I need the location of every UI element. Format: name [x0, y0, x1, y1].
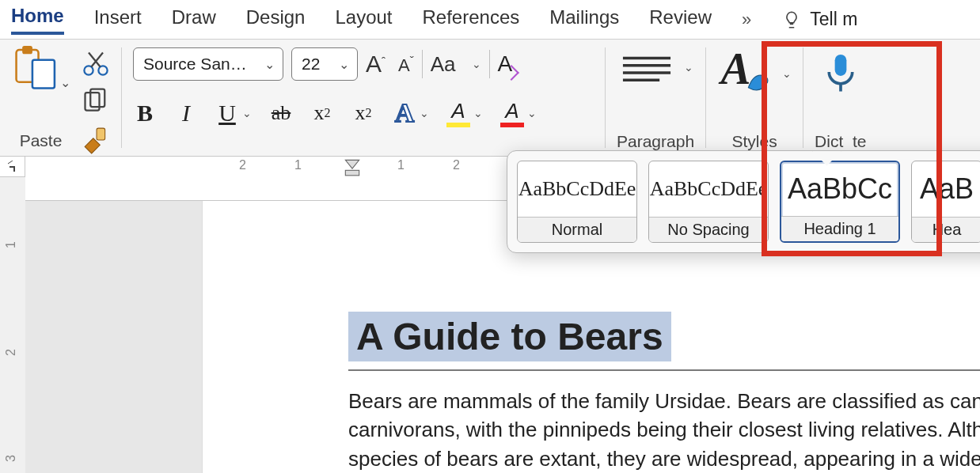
- tab-insert[interactable]: Insert: [94, 6, 142, 33]
- tell-me-label: Tell m: [810, 9, 857, 30]
- style-swatch-heading2[interactable]: AaB Hea: [911, 161, 980, 243]
- font-family-combo[interactable]: Source San… ⌄: [133, 47, 283, 81]
- tab-review[interactable]: Review: [649, 6, 712, 33]
- font-color-button[interactable]: A: [500, 99, 524, 127]
- highlight-button[interactable]: A: [446, 99, 470, 127]
- copy-icon[interactable]: [82, 85, 110, 114]
- grow-font-button[interactable]: Aˆ: [366, 51, 386, 78]
- tell-me-search[interactable]: Tell m: [781, 9, 857, 30]
- title-underline: [348, 369, 980, 371]
- dictate-label: Dict te: [815, 132, 866, 151]
- style-swatch-heading1[interactable]: AaBbCc Heading 1: [780, 161, 900, 243]
- ribbon: ⌄ Paste Source: [0, 40, 980, 157]
- tab-mailings[interactable]: Mailings: [549, 6, 619, 33]
- tab-stop-selector[interactable]: [0, 157, 25, 177]
- font-color-caret-icon[interactable]: ⌄: [527, 107, 537, 119]
- style-label: Heading 1: [781, 216, 898, 241]
- group-paragraph: ⌄ Paragraph: [606, 40, 705, 156]
- ribbon-tabs: Home Insert Draw Design Layout Reference…: [0, 0, 980, 40]
- font-size-value: 22: [302, 55, 320, 74]
- font-family-caret-icon: ⌄: [264, 57, 275, 72]
- style-label: Normal: [518, 217, 636, 242]
- svg-rect-1: [22, 46, 32, 54]
- tab-layout[interactable]: Layout: [335, 6, 392, 33]
- styles-gallery-popover: AaBbCcDdEe Normal AaBbCcDdEe No Spacing …: [507, 150, 980, 253]
- lightbulb-icon: [781, 9, 802, 30]
- style-preview: AaBbCcDdEe: [649, 161, 768, 217]
- highlight-caret-icon[interactable]: ⌄: [473, 107, 483, 119]
- microphone-icon[interactable]: [820, 51, 861, 93]
- font-size-caret-icon: ⌄: [339, 57, 349, 72]
- shrink-font-button[interactable]: Aˇ: [398, 52, 414, 77]
- tab-draw[interactable]: Draw: [172, 6, 216, 33]
- style-preview: AaBbCc: [781, 162, 898, 216]
- navigation-thumbnail-pane[interactable]: [25, 201, 203, 473]
- style-label: No Spacing: [649, 217, 768, 242]
- font-family-value: Source San…: [143, 55, 247, 74]
- styles-pane-button[interactable]: A: [717, 51, 773, 96]
- paragraph-icon[interactable]: [617, 52, 676, 82]
- tab-home[interactable]: Home: [11, 5, 64, 35]
- group-styles: A ⌄ Styles: [706, 40, 803, 156]
- svg-rect-7: [97, 128, 105, 140]
- more-tabs-chevron-icon[interactable]: »: [742, 9, 751, 30]
- italic-button[interactable]: I: [174, 100, 198, 126]
- clipboard-icon: [11, 46, 62, 90]
- style-swatch-normal[interactable]: AaBbCcDdEe Normal: [517, 161, 637, 243]
- svg-point-4: [98, 66, 107, 74]
- tab-design[interactable]: Design: [246, 6, 306, 33]
- style-label: Hea: [912, 217, 980, 242]
- change-case-caret-icon[interactable]: ⌄: [472, 58, 481, 70]
- styles-label: Styles: [717, 132, 792, 151]
- paragraph-caret-icon[interactable]: ⌄: [684, 61, 693, 74]
- underline-button[interactable]: U: [215, 100, 239, 126]
- svg-rect-13: [834, 55, 846, 76]
- clear-formatting-button[interactable]: A: [498, 51, 513, 77]
- indent-marker-icon[interactable]: [342, 157, 363, 177]
- style-preview: AaBbCcDdEe: [518, 161, 636, 217]
- svg-point-3: [84, 66, 93, 74]
- svg-rect-15: [345, 170, 359, 176]
- group-clipboard: ⌄ Paste: [0, 40, 121, 156]
- superscript-button[interactable]: x2: [351, 100, 375, 126]
- style-swatch-no-spacing[interactable]: AaBbCcDdEe No Spacing: [648, 161, 769, 243]
- text-effects-button[interactable]: A: [393, 100, 416, 126]
- style-preview: AaB: [912, 161, 980, 217]
- group-dictate: Dict te: [803, 40, 877, 156]
- group-font: Source San… ⌄ 22 ⌄ Aˆ Aˇ Aa ⌄ A: [122, 40, 605, 156]
- document-body[interactable]: Bears are mammals of the family Ursidae.…: [348, 387, 980, 473]
- subscript-button[interactable]: x2: [310, 100, 334, 126]
- tab-references[interactable]: References: [423, 6, 520, 33]
- format-painter-icon[interactable]: [82, 127, 110, 155]
- cut-icon[interactable]: [82, 49, 110, 78]
- paste-label[interactable]: Paste: [20, 131, 63, 150]
- svg-rect-2: [32, 60, 55, 89]
- font-size-combo[interactable]: 22 ⌄: [291, 47, 358, 81]
- document-title[interactable]: A Guide to Bears: [348, 312, 671, 361]
- underline-caret-icon[interactable]: ⌄: [242, 107, 252, 119]
- text-effects-caret-icon[interactable]: ⌄: [420, 107, 429, 119]
- change-case-button[interactable]: Aa: [431, 52, 456, 77]
- paragraph-label: Paragraph: [617, 132, 694, 151]
- strikethrough-button[interactable]: ab: [269, 100, 293, 126]
- styles-caret-icon[interactable]: ⌄: [782, 67, 792, 80]
- svg-text:A: A: [718, 51, 750, 93]
- paste-dropdown-caret-icon[interactable]: ⌄: [60, 75, 70, 90]
- bold-button[interactable]: B: [133, 100, 157, 126]
